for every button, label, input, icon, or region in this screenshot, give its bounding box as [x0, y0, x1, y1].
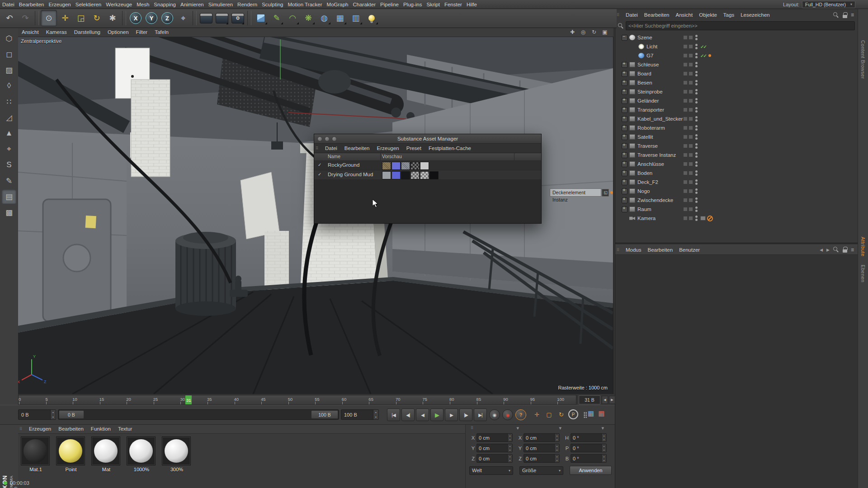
layer-toggle[interactable]: [689, 126, 693, 130]
undo-button[interactable]: ↶: [2, 10, 17, 26]
layer-toggle[interactable]: [683, 53, 688, 58]
visibility-dots[interactable]: [695, 71, 698, 76]
drag-grip-icon[interactable]: ⠿: [19, 427, 24, 431]
material-item[interactable]: 1000%: [127, 436, 156, 472]
layer-toggle[interactable]: [689, 89, 693, 94]
visibility-dots[interactable]: [695, 143, 698, 149]
object-manager-menu-item[interactable]: Bearbeiten: [641, 12, 673, 18]
layer-toggle[interactable]: [683, 89, 688, 94]
tab-content-browser[interactable]: Content Browser: [860, 40, 866, 79]
object-tree-row[interactable]: Anschlüsse: [615, 160, 858, 169]
range-slider-left-handle[interactable]: 0 B: [59, 410, 84, 419]
chevron-down-icon[interactable]: ▾: [561, 425, 604, 431]
rotate-view-button[interactable]: ↻: [590, 29, 598, 35]
next-frame-button[interactable]: ▶: [445, 408, 458, 421]
pan-view-button[interactable]: ✚: [569, 29, 576, 35]
visibility-dots[interactable]: [695, 98, 698, 103]
substance-asset-manager-window[interactable]: Substance Asset Manager ⠿ DateiBearbeite…: [314, 134, 542, 224]
layer-toggle[interactable]: [683, 171, 688, 175]
position-field[interactable]: 0 cm: [476, 444, 513, 452]
enable-axis-button[interactable]: ⌖: [2, 142, 16, 156]
scale-button[interactable]: ◲: [73, 10, 89, 26]
object-manager-menu-item[interactable]: Ansicht: [672, 12, 696, 18]
add-mograph-button[interactable]: ❋: [301, 10, 316, 26]
substance-menu-item[interactable]: Erzeugen: [373, 145, 402, 151]
toggle-view-button[interactable]: ▣: [601, 29, 609, 35]
window-minimize-button[interactable]: [325, 136, 330, 141]
stepper[interactable]: [507, 434, 512, 441]
edge-tab[interactable]: Attribute: [860, 237, 866, 257]
viewport-menu-item[interactable]: Darstellung: [71, 29, 104, 35]
redo-button[interactable]: ↷: [18, 10, 33, 26]
object-tree-row[interactable]: Satellit: [615, 132, 858, 141]
object-tree-row[interactable]: Nogo: [615, 187, 858, 196]
record-keyframe-button[interactable]: ◉: [489, 409, 500, 420]
layer-toggle[interactable]: [683, 216, 688, 221]
expand-toggle[interactable]: [622, 152, 627, 158]
menu-item[interactable]: Motion Tracker: [286, 2, 325, 7]
points-mode-button[interactable]: ∷: [2, 94, 16, 109]
layer-toggle[interactable]: [689, 108, 693, 112]
rotation-field[interactable]: 0 °: [571, 454, 607, 463]
substance-menu-item[interactable]: Bearbeiten: [341, 145, 373, 151]
uv-edit-button[interactable]: ▩: [2, 205, 16, 220]
menu-item[interactable]: MoGraph: [325, 2, 351, 7]
object-tree-row[interactable]: Deck_F2: [615, 178, 858, 187]
record-position-toggle[interactable]: ✛: [532, 409, 542, 419]
material-item[interactable]: Mat.1: [21, 436, 51, 472]
stepper[interactable]: [554, 455, 559, 462]
visibility-dots[interactable]: [695, 170, 698, 176]
layer-toggle[interactable]: [683, 108, 688, 112]
layer-toggle[interactable]: [689, 80, 693, 85]
snap-button[interactable]: S: [2, 158, 16, 172]
object-tree-row[interactable]: Geländer: [615, 96, 858, 105]
object-manager-menu-item[interactable]: Tags: [720, 12, 737, 18]
layer-toggle[interactable]: [683, 126, 688, 130]
layer-toggle[interactable]: [689, 162, 693, 166]
drag-grip-icon[interactable]: ⠿: [471, 426, 475, 430]
menu-item[interactable]: Erzeugen: [46, 2, 73, 7]
material-menu-item[interactable]: Erzeugen: [25, 426, 55, 432]
visibility-dots[interactable]: [695, 152, 698, 158]
texture-paint-button[interactable]: ▤: [2, 189, 16, 204]
layout-grid-blue-button[interactable]: ▦: [588, 409, 594, 418]
expand-toggle[interactable]: [622, 62, 627, 68]
layer-toggle[interactable]: [683, 44, 688, 49]
expand-toggle[interactable]: [622, 161, 627, 167]
object-tree-row[interactable]: Licht: [615, 42, 858, 51]
dolly-view-button[interactable]: ◎: [580, 29, 587, 35]
layout-dropdown[interactable]: Full_HD (Benutzer) ▾: [802, 1, 855, 8]
add-cube-button[interactable]: [253, 10, 269, 26]
add-deformer-button[interactable]: ◍: [316, 10, 332, 26]
search-icon[interactable]: [833, 12, 839, 18]
position-field[interactable]: 0 cm: [476, 433, 513, 442]
object-tree-row[interactable]: Roboterarm: [615, 123, 858, 132]
rotation-field[interactable]: 0 °: [571, 444, 607, 452]
layer-toggle[interactable]: [683, 62, 688, 67]
material-menu-item[interactable]: Funktion: [87, 426, 114, 432]
layer-toggle[interactable]: [689, 117, 693, 121]
object-tree-row[interactable]: Zwischendecke: [615, 196, 858, 205]
menu-item[interactable]: Pipeline: [378, 2, 401, 7]
material-item[interactable]: Point: [56, 436, 86, 472]
layer-toggle[interactable]: [683, 117, 688, 121]
stepper[interactable]: [601, 434, 606, 441]
visibility-dots[interactable]: [695, 35, 698, 40]
autokeying-button[interactable]: ◉: [502, 409, 513, 420]
window-titlebar[interactable]: Substance Asset Manager: [314, 134, 541, 144]
coordinate-system-button[interactable]: ⌖: [175, 10, 191, 26]
visibility-dots[interactable]: [695, 80, 698, 85]
layer-toggle[interactable]: [683, 99, 688, 103]
substance-menu-item[interactable]: Preset: [403, 145, 425, 151]
drag-grip-icon[interactable]: ⠿: [617, 248, 621, 252]
menu-item[interactable]: Sculpting: [259, 2, 285, 7]
scroll-right-button[interactable]: ▶: [609, 396, 615, 404]
substance-menu-item[interactable]: Festplatten-Cache: [425, 145, 475, 151]
goto-start-button[interactable]: |◀: [387, 408, 400, 421]
expand-toggle[interactable]: [622, 188, 627, 194]
column-header-name[interactable]: Name: [328, 154, 340, 159]
add-spline-button[interactable]: ✎: [269, 10, 284, 26]
expand-toggle[interactable]: [622, 116, 627, 122]
add-environment-button[interactable]: ▦: [332, 10, 348, 26]
asset-enabled-check[interactable]: [318, 162, 321, 167]
